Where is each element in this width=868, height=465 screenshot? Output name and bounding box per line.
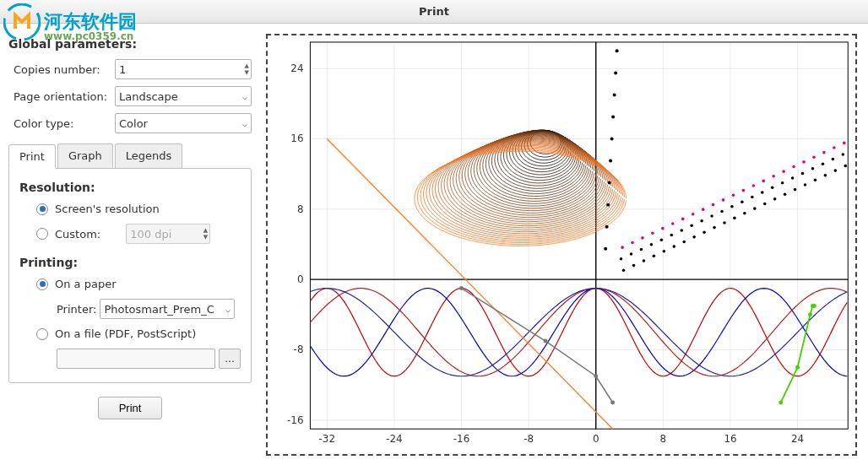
svg-point-71 xyxy=(713,225,716,229)
svg-point-89 xyxy=(773,197,777,201)
svg-point-74 xyxy=(723,221,726,224)
svg-point-64 xyxy=(690,224,693,227)
svg-point-108 xyxy=(833,146,836,149)
svg-rect-17 xyxy=(310,41,848,428)
chart-svg: -32-24-16-8081624-16-8081624 xyxy=(268,35,855,454)
svg-point-46 xyxy=(630,252,633,256)
printer-select[interactable]: Photosmart_Prem_C ⌵ xyxy=(100,299,235,319)
spinner-buttons-icon: ▲▼ xyxy=(203,227,208,241)
svg-point-104 xyxy=(824,173,827,176)
radio-screen-resolution[interactable] xyxy=(36,203,48,215)
svg-point-81 xyxy=(742,188,746,192)
svg-point-37 xyxy=(609,159,612,162)
svg-point-45 xyxy=(621,246,624,249)
svg-text:16: 16 xyxy=(290,132,303,144)
svg-point-39 xyxy=(611,115,615,118)
svg-point-58 xyxy=(670,233,674,236)
svg-point-50 xyxy=(643,259,646,262)
svg-point-56 xyxy=(663,249,666,252)
svg-point-57 xyxy=(661,226,665,230)
svg-text:-16: -16 xyxy=(287,414,303,425)
browse-button[interactable]: ... xyxy=(219,349,241,369)
svg-point-91 xyxy=(781,181,784,184)
preview-panel: -32-24-16-8081624-16-8081624 xyxy=(260,24,868,465)
custom-resolution-label: Custom: xyxy=(55,228,100,241)
spinner-buttons-icon[interactable]: ▲▼ xyxy=(245,62,249,76)
svg-point-49 xyxy=(640,247,643,251)
watermark-url: www.pc0359.cn xyxy=(44,30,133,42)
svg-point-41 xyxy=(614,71,617,74)
tab-legends[interactable]: Legends xyxy=(115,143,183,168)
svg-point-38 xyxy=(610,137,614,140)
svg-point-103 xyxy=(822,162,825,165)
svg-point-112 xyxy=(459,286,464,290)
orientation-select[interactable]: Landscape ⌵ xyxy=(115,86,252,106)
svg-point-75 xyxy=(722,198,725,202)
svg-point-99 xyxy=(802,160,806,164)
svg-point-43 xyxy=(620,257,623,260)
svg-point-66 xyxy=(692,212,695,215)
resolution-title: Resolution: xyxy=(19,181,241,194)
custom-dpi-input[interactable]: 100 dpi ▲▼ xyxy=(126,224,210,244)
svg-point-79 xyxy=(741,200,744,203)
svg-point-86 xyxy=(763,202,767,205)
tab-graph[interactable]: Graph xyxy=(57,143,113,168)
svg-point-60 xyxy=(671,222,675,225)
copies-label: Copies number: xyxy=(8,63,115,76)
tab-print[interactable]: Print xyxy=(8,144,56,169)
printing-title: Printing: xyxy=(19,256,241,269)
svg-point-94 xyxy=(791,176,795,180)
file-path-input[interactable] xyxy=(57,349,215,369)
svg-point-82 xyxy=(751,195,754,198)
svg-text:8: 8 xyxy=(297,203,304,214)
svg-point-44 xyxy=(622,268,626,272)
svg-point-97 xyxy=(801,171,805,175)
svg-point-96 xyxy=(792,165,795,168)
svg-text:-32: -32 xyxy=(319,433,335,445)
svg-point-76 xyxy=(730,205,734,208)
svg-point-93 xyxy=(782,170,785,173)
svg-point-113 xyxy=(544,338,548,343)
svg-point-77 xyxy=(733,216,736,219)
radio-on-paper[interactable] xyxy=(36,278,48,290)
radio-custom-resolution[interactable] xyxy=(36,228,48,240)
svg-point-116 xyxy=(778,400,783,404)
svg-point-65 xyxy=(692,235,696,239)
svg-text:0: 0 xyxy=(297,273,304,285)
chevron-down-icon: ⌵ xyxy=(242,119,247,128)
on-paper-label: On a paper xyxy=(55,278,117,290)
radio-on-file[interactable] xyxy=(36,328,48,340)
svg-point-67 xyxy=(700,219,703,222)
svg-point-69 xyxy=(702,208,705,211)
svg-point-40 xyxy=(613,93,616,96)
svg-point-105 xyxy=(822,150,826,154)
svg-point-118 xyxy=(808,312,812,316)
svg-point-68 xyxy=(703,230,706,234)
window-title: Print xyxy=(419,5,449,18)
svg-point-80 xyxy=(743,211,746,214)
watermark: 河东软件园 www.pc0359.cn xyxy=(3,3,137,41)
svg-text:-24: -24 xyxy=(386,433,402,445)
printer-label: Printer: xyxy=(57,303,96,316)
svg-point-115 xyxy=(610,400,615,404)
svg-point-114 xyxy=(594,374,598,378)
copies-spinner[interactable]: 1 ▲▼ xyxy=(115,59,252,79)
svg-point-33 xyxy=(604,246,607,250)
chart-preview: -32-24-16-8081624-16-8081624 xyxy=(266,34,857,456)
tab-content-print: Resolution: Screen's resolution Custom: … xyxy=(8,168,252,383)
svg-point-73 xyxy=(720,209,724,213)
svg-point-35 xyxy=(606,203,610,206)
svg-text:-8: -8 xyxy=(524,433,534,445)
watermark-logo-icon xyxy=(3,3,41,41)
svg-point-59 xyxy=(672,245,675,248)
svg-point-95 xyxy=(794,187,797,191)
tab-bar: Print Graph Legends xyxy=(8,143,252,168)
color-type-select[interactable]: Color ⌵ xyxy=(115,113,252,133)
svg-text:24: 24 xyxy=(290,62,303,74)
svg-point-34 xyxy=(605,224,609,228)
svg-text:0: 0 xyxy=(593,433,599,445)
svg-point-63 xyxy=(681,217,685,220)
svg-point-84 xyxy=(752,184,756,187)
svg-point-72 xyxy=(712,203,715,206)
print-button[interactable]: Print xyxy=(98,397,163,419)
